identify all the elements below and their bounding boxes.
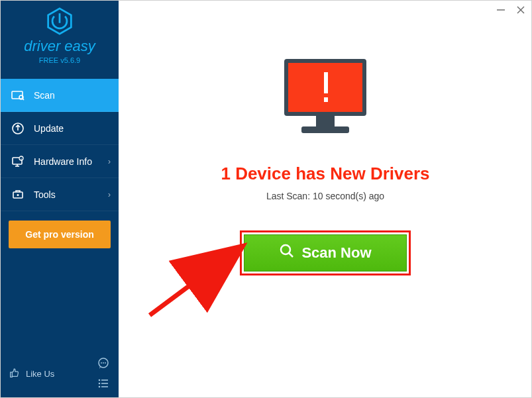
- brand-version: FREE v5.6.9: [39, 56, 80, 64]
- svg-point-20: [99, 379, 101, 381]
- last-scan-label: Last Scan: 10 second(s) ago: [266, 191, 384, 201]
- monitor-alert-icon: [272, 54, 378, 149]
- sidebar-item-update[interactable]: Update: [1, 112, 119, 145]
- scan-icon: [11, 89, 25, 102]
- svg-point-22: [99, 383, 101, 385]
- scan-now-button[interactable]: Scan Now: [244, 234, 407, 272]
- search-icon: [279, 243, 295, 263]
- svg-point-19: [105, 362, 106, 364]
- close-button[interactable]: [515, 5, 526, 15]
- tools-icon: [11, 188, 25, 201]
- brand: driver easy FREE v5.6.9: [1, 1, 119, 70]
- svg-rect-30: [316, 116, 335, 126]
- sidebar-item-hardware-info[interactable]: i Hardware Info ›: [1, 145, 119, 178]
- svg-rect-28: [324, 72, 328, 93]
- sidebar-item-label: Update: [34, 123, 64, 134]
- chevron-right-icon: ›: [108, 157, 111, 166]
- thumbs-up-icon: [9, 367, 21, 381]
- svg-point-15: [17, 194, 19, 196]
- nav: Scan Update i Hardware Inf: [1, 79, 119, 211]
- brand-name: driver easy: [24, 38, 95, 55]
- svg-point-18: [103, 362, 104, 364]
- update-icon: [11, 122, 25, 135]
- scan-button-highlight: Scan Now: [240, 230, 411, 275]
- svg-point-32: [281, 245, 290, 254]
- headline: 1 Device has New Drivers: [221, 164, 429, 184]
- logo-icon: [46, 7, 74, 35]
- like-us-label: Like Us: [26, 369, 54, 379]
- like-us-button[interactable]: Like Us: [9, 367, 54, 381]
- sidebar-item-tools[interactable]: Tools ›: [1, 178, 119, 211]
- get-pro-button[interactable]: Get pro version: [9, 221, 111, 248]
- hardware-icon: i: [11, 155, 25, 168]
- sidebar-item-label: Tools: [34, 189, 56, 200]
- svg-line-33: [289, 253, 293, 257]
- minimize-button[interactable]: [496, 5, 506, 15]
- sidebar-item-label: Scan: [34, 90, 55, 101]
- feedback-icon[interactable]: [96, 356, 111, 371]
- svg-text:i: i: [21, 156, 21, 160]
- menu-list-icon[interactable]: [96, 376, 111, 391]
- scan-now-label: Scan Now: [301, 244, 371, 262]
- get-pro-label: Get pro version: [25, 229, 93, 240]
- footer-icons: [96, 356, 111, 391]
- svg-line-7: [23, 99, 24, 100]
- main: 1 Device has New Drivers Last Scan: 10 s…: [119, 1, 532, 397]
- svg-point-17: [101, 362, 102, 364]
- svg-rect-29: [324, 97, 328, 102]
- svg-rect-31: [301, 126, 349, 133]
- sidebar-item-scan[interactable]: Scan: [1, 79, 119, 112]
- sidebar-item-label: Hardware Info: [34, 156, 92, 167]
- chevron-right-icon: ›: [108, 190, 111, 199]
- sidebar-footer: Like Us: [1, 350, 119, 397]
- svg-point-24: [99, 386, 101, 388]
- sidebar: driver easy FREE v5.6.9 Scan Update: [1, 1, 119, 397]
- window-controls: [496, 5, 526, 15]
